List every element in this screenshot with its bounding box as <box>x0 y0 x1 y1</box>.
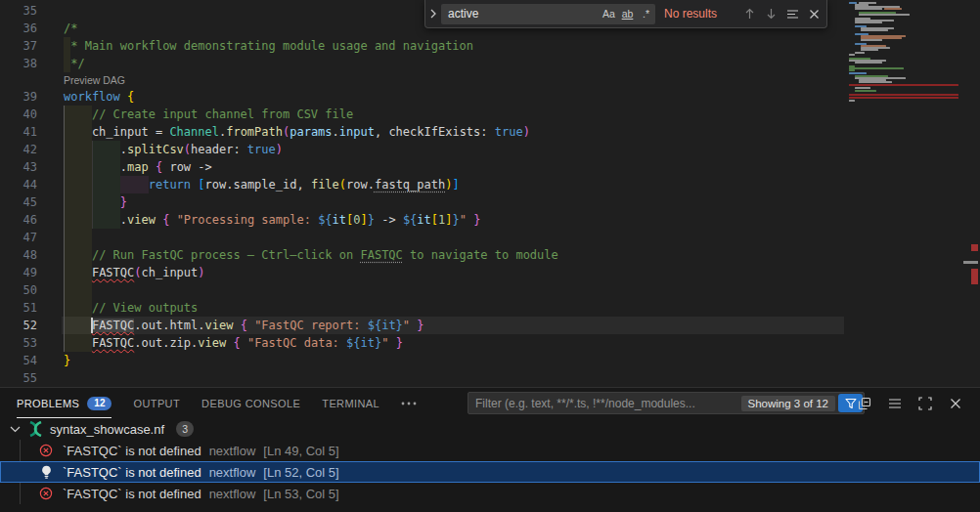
line-number[interactable]: 50 <box>0 281 37 299</box>
line-number[interactable]: 52 <box>0 317 37 334</box>
code-token: true <box>247 143 276 156</box>
overview-ruler[interactable] <box>963 0 980 387</box>
code-token: FASTQC <box>360 248 402 262</box>
code-token: } <box>120 195 127 209</box>
problem-row[interactable]: `FASTQC` is not definednextflow[Ln 49, C… <box>0 440 980 461</box>
line-number[interactable]: 41 <box>0 123 37 141</box>
line-number[interactable]: 40 <box>0 106 37 123</box>
line-number[interactable]: 47 <box>0 229 37 246</box>
code-token: ( <box>184 143 191 156</box>
code-line[interactable]: 38 */ <box>0 55 846 72</box>
code-token: view <box>205 319 234 332</box>
match-case-button[interactable]: Aa <box>600 6 618 22</box>
file-name: syntax_showcase.nf <box>50 422 164 437</box>
problems-count-badge: 12 <box>87 397 111 410</box>
code-token: .out.html. <box>134 319 204 332</box>
codelens-row[interactable]: Preview DAG <box>0 72 846 88</box>
line-number[interactable]: 51 <box>0 299 37 317</box>
tab-problems[interactable]: PROBLEMS12 <box>17 388 111 418</box>
code-text: } <box>64 352 70 369</box>
problem-row[interactable]: `FASTQC` is not definednextflow[Ln 53, C… <box>0 483 980 504</box>
regex-button[interactable]: .* <box>637 6 655 22</box>
tab-label: PROBLEMS <box>17 398 79 409</box>
minimap-code-line <box>849 69 855 71</box>
code-token: fastq_path <box>375 178 445 192</box>
code-line[interactable]: 51 // View outputs <box>0 299 846 317</box>
code-token: ( <box>134 266 141 279</box>
next-match-button[interactable] <box>760 3 781 24</box>
line-number[interactable]: 39 <box>0 88 37 106</box>
minimap-code-line <box>861 39 882 41</box>
line-number[interactable]: 44 <box>0 176 37 193</box>
find-input[interactable]: active Aa ab .* <box>441 4 655 24</box>
code-line[interactable]: 48 // Run FastQC process – Ctrl–click on… <box>0 246 846 264</box>
code-line[interactable]: 49 FASTQC(ch_input) <box>0 264 846 281</box>
line-number[interactable]: 38 <box>0 55 37 72</box>
close-find-button[interactable] <box>803 3 824 24</box>
code-line[interactable]: 46 .view { "Processing sample: ${it[0]} … <box>0 211 846 229</box>
previous-match-button[interactable] <box>738 3 760 24</box>
tab-output[interactable]: OUTPUT <box>133 388 180 418</box>
toggle-replace-button[interactable] <box>425 0 441 27</box>
problems-filter-input[interactable]: Filter (e.g. text, **/*.ts, !**/node_mod… <box>468 392 865 414</box>
code-token: } <box>64 354 70 367</box>
list-lines-icon <box>888 398 902 409</box>
line-number[interactable]: 37 <box>0 37 37 55</box>
problem-location: [Ln 53, Col 5] <box>263 487 338 501</box>
code-token: . <box>64 160 127 174</box>
minimap-error-line <box>849 97 958 99</box>
line-number[interactable]: 43 <box>0 158 37 176</box>
code-token: { <box>127 90 134 104</box>
line-number[interactable]: 48 <box>0 246 37 264</box>
line-number[interactable]: 45 <box>0 193 37 211</box>
code-line[interactable]: 55 <box>0 369 846 387</box>
more-tabs-button[interactable] <box>401 388 417 418</box>
line-number[interactable]: 46 <box>0 211 37 229</box>
code-token: * Main workflow demonstrating module usa… <box>64 39 473 53</box>
line-number[interactable]: 49 <box>0 264 37 281</box>
maximize-panel-button[interactable] <box>914 393 936 414</box>
expand-chevron[interactable] <box>10 426 21 433</box>
line-number[interactable]: 42 <box>0 141 37 158</box>
minimap[interactable] <box>846 0 961 387</box>
whole-word-button[interactable]: ab <box>618 6 637 22</box>
code-line[interactable]: 44 return [row.sample_id, file(row.fastq… <box>0 176 846 193</box>
tab-terminal[interactable]: TERMINAL <box>322 388 379 418</box>
code-line[interactable]: 47 <box>0 229 846 246</box>
minimap-code-line <box>859 81 892 83</box>
code-line[interactable]: 45 } <box>0 193 846 211</box>
line-number[interactable]: 53 <box>0 334 37 352</box>
line-number[interactable]: 35 <box>0 2 37 20</box>
code-line[interactable]: 37 * Main workflow demonstrating module … <box>0 37 846 55</box>
ruler-error-mark <box>971 244 978 251</box>
collapse-all-icon <box>858 397 871 410</box>
code-line[interactable]: 43 .map { row -> <box>0 158 846 176</box>
tab-debug-console[interactable]: DEBUG CONSOLE <box>201 388 300 418</box>
code-token: "FastQC report: <box>254 319 368 332</box>
close-panel-button[interactable] <box>945 393 966 414</box>
problems-file-row[interactable]: syntax_showcase.nf3 <box>0 418 980 440</box>
problems-panel: PROBLEMS12OUTPUTDEBUG CONSOLETERMINAL Fi… <box>0 387 980 512</box>
view-as-table-button[interactable] <box>884 393 906 414</box>
code-line[interactable]: 52 FASTQC.out.html.view { "FastQC report… <box>0 317 846 334</box>
minimap-code-line <box>849 72 867 74</box>
codelens-preview-dag[interactable]: Preview DAG <box>64 73 125 87</box>
line-number[interactable]: 54 <box>0 352 37 369</box>
code-line[interactable]: 40 // Create input channel from CSV file <box>0 106 846 123</box>
code-editor[interactable]: 3536/*37 * Main workflow demonstrating m… <box>0 0 980 387</box>
close-icon <box>809 9 820 20</box>
line-number[interactable]: 55 <box>0 369 37 387</box>
code-line[interactable]: 39workflow { <box>0 88 846 106</box>
close-icon <box>950 398 961 409</box>
code-line[interactable]: 53 FASTQC.out.zip.view { "FastQC data: $… <box>0 334 846 352</box>
code-line[interactable]: 50 <box>0 281 846 299</box>
ruler-cursor-mark <box>963 261 978 264</box>
code-token: " <box>460 213 473 227</box>
find-in-selection-button[interactable] <box>781 3 803 24</box>
code-line[interactable]: 54} <box>0 352 846 369</box>
collapse-all-button[interactable] <box>854 393 875 414</box>
problem-row[interactable]: `FASTQC` is not definednextflow[Ln 52, C… <box>0 461 980 483</box>
code-line[interactable]: 41 ch_input = Channel.fromPath(params.in… <box>0 123 846 141</box>
code-line[interactable]: 42 .splitCsv(header: true) <box>0 141 846 158</box>
line-number[interactable]: 36 <box>0 20 37 37</box>
